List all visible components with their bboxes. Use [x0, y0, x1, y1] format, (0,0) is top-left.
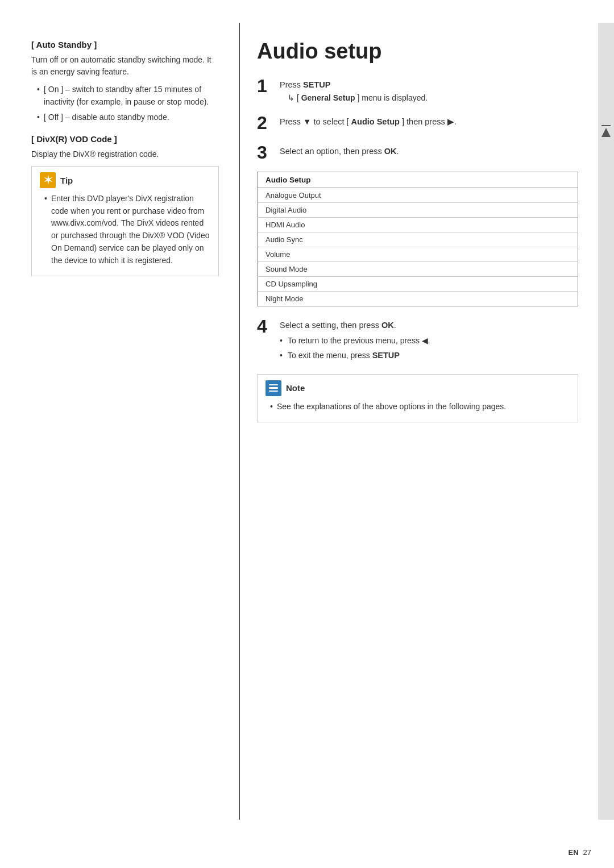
tip-label: Tip — [60, 176, 73, 185]
right-sidebar — [598, 23, 614, 820]
auto-standby-bullet-2: [ Off ] – disable auto standby mode. — [37, 111, 219, 124]
left-column: [ Auto Standby ] Turn off or on automati… — [0, 23, 239, 820]
step-1-content: Press SETUP [ General Setup ] menu is di… — [280, 76, 428, 105]
table-row: Digital Audio — [258, 202, 578, 217]
step-4-bullet-2: To exit the menu, press SETUP — [280, 349, 430, 362]
tip-star-icon: ✶ — [44, 174, 52, 186]
step-3-number: 3 — [257, 143, 272, 163]
tip-bullet-1: Enter this DVD player's DivX registratio… — [44, 193, 210, 267]
divx-section: [ DivX(R) VOD Code ] Display the DivX® r… — [31, 134, 219, 160]
step-1-sub: [ General Setup ] menu is displayed. — [280, 92, 428, 104]
audio-setup-title: Audio setup — [257, 40, 578, 64]
step-4: 4 Select a setting, then press OK. To re… — [257, 317, 578, 365]
table-cell-analogue: Analogue Output — [258, 188, 519, 202]
auto-standby-bullets: [ On ] – switch to standby after 15 minu… — [31, 84, 219, 124]
table-cell-cd: CD Upsampling — [258, 276, 519, 291]
step-4-bullets: To return to the previous menu, press ◀.… — [280, 334, 430, 363]
divx-desc: Display the DivX® registration code. — [31, 148, 219, 160]
table-row: Audio Sync — [258, 232, 578, 247]
note-icon-line-1 — [269, 384, 278, 386]
table-row: HDMI Audio — [258, 217, 578, 232]
table-cell-hdmi: HDMI Audio — [258, 217, 519, 232]
auto-standby-heading: [ Auto Standby ] — [31, 40, 219, 49]
audio-table-body: Analogue Output Digital Audio HDMI Audio… — [258, 188, 578, 306]
page-footer: EN 27 — [0, 842, 614, 868]
note-icon — [265, 380, 281, 396]
step-3-content: Select an option, then press OK. — [280, 143, 399, 158]
note-header: Note — [265, 380, 570, 396]
audio-setup-table: Audio Setup Analogue Output Digital Audi… — [257, 172, 578, 306]
table-row: CD Upsampling — [258, 276, 578, 291]
step-4-bullet-1: To return to the previous menu, press ◀. — [280, 334, 430, 347]
table-row: Sound Mode — [258, 261, 578, 276]
step-4-number: 4 — [257, 317, 272, 337]
table-cell-sync: Audio Sync — [258, 232, 519, 247]
auto-standby-bullet-1: [ On ] – switch to standby after 15 minu… — [37, 84, 219, 108]
note-box: Note See the explanations of the above o… — [257, 374, 578, 423]
tip-header: ✶ Tip — [40, 172, 210, 188]
note-icon-line-2 — [269, 387, 278, 389]
audio-table-header: Audio Setup — [258, 172, 578, 188]
step-1: 1 Press SETUP [ General Setup ] menu is … — [257, 76, 578, 105]
note-bullet-1: See the explanations of the above option… — [270, 401, 570, 413]
table-cell-digital-val — [519, 202, 578, 217]
table-cell-sound-mode: Sound Mode — [258, 261, 519, 276]
step-2: 2 Press ▼ to select [ Audio Setup ] then… — [257, 113, 578, 133]
auto-standby-section: [ Auto Standby ] Turn off or on automati… — [31, 40, 219, 124]
table-cell-analogue-val — [519, 188, 578, 202]
table-cell-cd-val — [519, 276, 578, 291]
table-row: Analogue Output — [258, 188, 578, 202]
table-cell-night: Night Mode — [258, 291, 519, 306]
table-cell-sync-val — [519, 232, 578, 247]
table-cell-volume-val — [519, 247, 578, 261]
sidebar-line-1 — [601, 125, 611, 126]
note-text: See the explanations of the above option… — [265, 401, 570, 413]
step-2-number: 2 — [257, 113, 272, 133]
table-cell-night-val — [519, 291, 578, 306]
tip-icon: ✶ — [40, 172, 56, 188]
divx-heading: [ DivX(R) VOD Code ] — [31, 134, 219, 144]
note-bullet-list: See the explanations of the above option… — [267, 401, 570, 413]
table-row: Night Mode — [258, 291, 578, 306]
sidebar-triangle-icon — [601, 128, 611, 137]
footer-page: 27 — [583, 848, 591, 857]
tip-bullet-list: Enter this DVD player's DivX registratio… — [41, 193, 210, 267]
auto-standby-desc: Turn off or on automatic standby switchi… — [31, 54, 219, 78]
note-label: Note — [286, 383, 305, 393]
step-1-number: 1 — [257, 76, 272, 96]
footer-lang: EN — [568, 848, 578, 857]
step-3: 3 Select an option, then press OK. — [257, 143, 578, 163]
tip-box: ✶ Tip Enter this DVD player's DivX regis… — [31, 166, 219, 276]
sidebar-lines — [601, 125, 611, 139]
step-4-content: Select a setting, then press OK. To retu… — [280, 317, 430, 365]
table-cell-digital: Digital Audio — [258, 202, 519, 217]
right-column: Audio setup 1 Press SETUP [ General Setu… — [239, 23, 598, 820]
table-cell-hdmi-val — [519, 217, 578, 232]
table-cell-volume: Volume — [258, 247, 519, 261]
table-row: Volume — [258, 247, 578, 261]
tip-text: Enter this DVD player's DivX registratio… — [40, 193, 210, 267]
table-cell-sound-mode-val — [519, 261, 578, 276]
step-2-content: Press ▼ to select [ Audio Setup ] then p… — [280, 113, 457, 128]
note-icon-line-3 — [269, 391, 278, 392]
